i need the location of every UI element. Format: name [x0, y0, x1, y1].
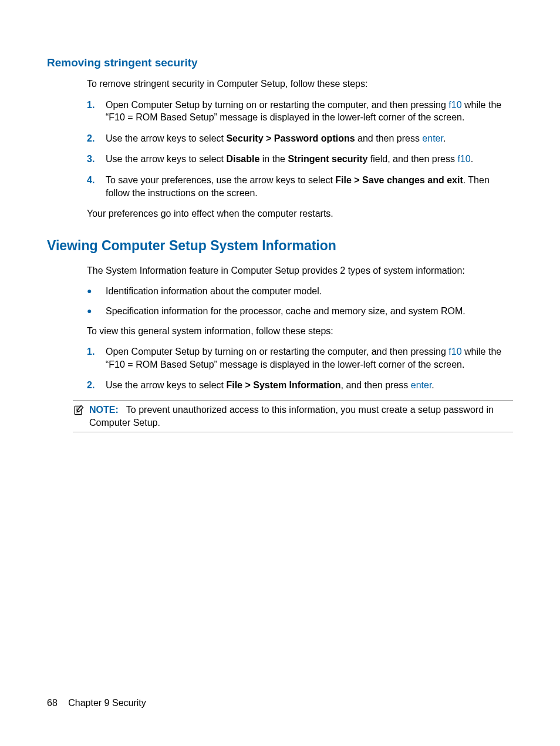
section2-bullets: ● Identification information about the c…	[87, 285, 513, 317]
bullet-icon: ●	[87, 305, 106, 317]
section2-steps: 1. Open Computer Setup by turning on or …	[87, 345, 513, 392]
bullet-text: Identification information about the com…	[106, 285, 513, 298]
section1-steps: 1. Open Computer Setup by turning on or …	[87, 99, 513, 200]
step-number: 1.	[87, 345, 106, 358]
step-number: 2.	[87, 132, 106, 145]
key-enter: enter	[411, 380, 432, 390]
heading-removing-stringent-security: Removing stringent security	[47, 56, 513, 69]
bullet-text: Specification information for the proces…	[106, 305, 513, 318]
heading-viewing-system-information: Viewing Computer Setup System Informatio…	[47, 238, 513, 254]
step-item: 2. Use the arrow keys to select File > S…	[87, 379, 513, 392]
step-text: Use the arrow keys to select File > Syst…	[106, 379, 513, 392]
step-item: 1. Open Computer Setup by turning on or …	[87, 345, 513, 371]
chapter-label: Chapter 9 Security	[68, 698, 146, 708]
section1-outro: Your preferences go into effect when the…	[87, 207, 513, 220]
step-item: 4. To save your preferences, use the arr…	[87, 174, 513, 199]
bullet-item: ● Identification information about the c…	[87, 285, 513, 298]
step-text: Use the arrow keys to select Disable in …	[106, 153, 513, 166]
note-label: NOTE:	[89, 405, 119, 415]
page-number: 68	[47, 698, 58, 708]
key-enter: enter	[422, 133, 443, 143]
note-text: NOTE: To prevent unauthorized access to …	[89, 404, 513, 429]
page-footer: 68 Chapter 9 Security	[47, 698, 146, 708]
key-f10: f10	[457, 154, 470, 164]
section2-lead: To view this general system information,…	[87, 325, 513, 338]
key-f10: f10	[448, 100, 461, 110]
bullet-item: ● Specification information for the proc…	[87, 305, 513, 318]
step-text: Use the arrow keys to select Security > …	[106, 132, 513, 145]
note-icon	[73, 404, 86, 419]
step-text: Open Computer Setup by turning on or res…	[106, 345, 513, 371]
bullet-icon: ●	[87, 285, 106, 297]
step-text: To save your preferences, use the arrow …	[106, 174, 513, 199]
step-number: 4.	[87, 174, 106, 187]
note-block: NOTE: To prevent unauthorized access to …	[73, 400, 513, 432]
document-page: Removing stringent security To remove st…	[0, 0, 560, 746]
step-item: 2. Use the arrow keys to select Security…	[87, 132, 513, 145]
section2-intro: The System Information feature in Comput…	[87, 264, 513, 277]
step-number: 1.	[87, 99, 106, 112]
step-item: 3. Use the arrow keys to select Disable …	[87, 153, 513, 166]
step-text: Open Computer Setup by turning on or res…	[106, 99, 513, 124]
section1-intro: To remove stringent security in Computer…	[87, 78, 513, 90]
step-item: 1. Open Computer Setup by turning on or …	[87, 99, 513, 124]
key-f10: f10	[448, 347, 461, 357]
step-number: 2.	[87, 379, 106, 392]
step-number: 3.	[87, 153, 106, 166]
